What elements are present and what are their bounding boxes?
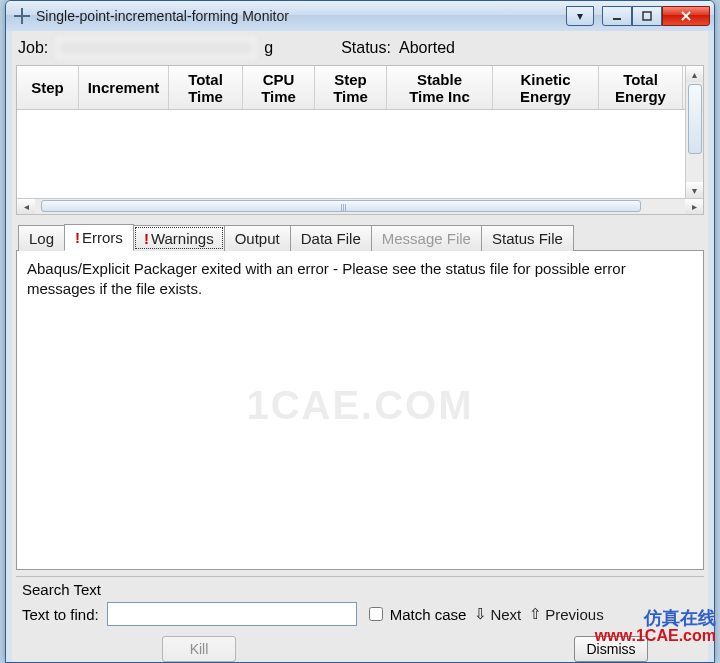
match-case-checkbox[interactable]: Match case xyxy=(365,604,467,624)
tab-content-errors[interactable]: Abaqus/Explicit Packager exited with an … xyxy=(16,251,704,570)
svg-rect-1 xyxy=(14,15,30,17)
tab-errors[interactable]: !Errors xyxy=(64,224,134,251)
find-input[interactable] xyxy=(107,602,357,626)
scroll-right-arrow-icon[interactable]: ▸ xyxy=(685,199,703,214)
table-header: StepIncrementTotal TimeCPU TimeStep Time… xyxy=(17,66,703,110)
vertical-scrollbar[interactable]: ▴ ▾ xyxy=(685,66,703,198)
window-title: Single-point-incremental-forming Monitor xyxy=(36,8,566,24)
column-header[interactable]: Step Time xyxy=(315,66,387,109)
kill-button[interactable]: Kill xyxy=(162,636,236,662)
status-value: Aborted xyxy=(399,39,455,57)
horizontal-scrollbar[interactable]: ◂ ▸ xyxy=(17,198,703,214)
find-previous-label: Previous xyxy=(545,606,603,623)
tab-label: Data File xyxy=(301,230,361,247)
monitor-window: Single-point-incremental-forming Monitor… xyxy=(5,0,715,663)
job-value-redacted xyxy=(56,37,256,59)
tab-datafile[interactable]: Data File xyxy=(290,225,372,251)
footer-buttons: Kill Dismiss xyxy=(12,628,708,662)
search-section-label: Search Text xyxy=(22,581,700,598)
find-next-button[interactable]: ⇩ Next xyxy=(474,605,521,623)
column-header[interactable]: Total Energy xyxy=(599,66,683,109)
dismiss-button-label: Dismiss xyxy=(587,641,636,657)
tab-statusfile[interactable]: Status File xyxy=(481,225,574,251)
svg-rect-3 xyxy=(643,12,651,20)
svg-rect-2 xyxy=(613,18,621,20)
column-header[interactable]: Increment xyxy=(79,66,169,109)
job-label: Job: xyxy=(18,39,48,57)
find-previous-button[interactable]: ⇧ Previous xyxy=(529,605,603,623)
column-header[interactable]: CPU Time xyxy=(243,66,315,109)
arrow-up-icon: ⇧ xyxy=(529,605,542,623)
tab-warnings[interactable]: !Warnings xyxy=(133,225,225,251)
app-icon xyxy=(14,8,30,24)
tab-label: Errors xyxy=(82,229,123,246)
tab-label: Status File xyxy=(492,230,563,247)
status-label: Status: xyxy=(341,39,391,57)
scroll-left-arrow-icon[interactable]: ◂ xyxy=(17,199,35,214)
hscroll-track[interactable] xyxy=(35,199,685,214)
minimize-button[interactable] xyxy=(602,6,632,26)
tab-label: Warnings xyxy=(151,230,214,247)
dismiss-button[interactable]: Dismiss xyxy=(574,636,648,662)
info-row: Job: g Status: Aborted xyxy=(12,33,708,65)
match-case-label: Match case xyxy=(390,606,467,623)
tab-bar: Log!Errors!WarningsOutputData FileMessag… xyxy=(16,223,704,251)
job-value-tail: g xyxy=(264,39,273,57)
alert-bang-icon: ! xyxy=(75,229,80,246)
tab-label: Message File xyxy=(382,230,471,247)
column-header[interactable]: Total Time xyxy=(169,66,243,109)
tab-label: Log xyxy=(29,230,54,247)
vscroll-thumb[interactable] xyxy=(688,84,702,154)
hscroll-thumb[interactable] xyxy=(41,200,641,212)
maximize-button[interactable] xyxy=(632,6,662,26)
tab-log[interactable]: Log xyxy=(18,225,65,251)
arrow-down-icon: ⇩ xyxy=(474,605,487,623)
tab-output[interactable]: Output xyxy=(224,225,291,251)
column-header[interactable]: Kinetic Energy xyxy=(493,66,599,109)
scroll-down-arrow-icon[interactable]: ▾ xyxy=(686,182,703,198)
search-section: Search Text Text to find: Match case ⇩ N… xyxy=(16,576,704,628)
error-message-text: Abaqus/Explicit Packager exited with an … xyxy=(27,260,626,297)
scroll-up-arrow-icon[interactable]: ▴ xyxy=(686,66,703,82)
window-dropdown-button[interactable]: ▾ xyxy=(566,6,594,26)
match-case-input[interactable] xyxy=(369,607,383,621)
tab-msgfile: Message File xyxy=(371,225,482,251)
alert-bang-icon: ! xyxy=(144,230,149,247)
column-header[interactable]: Stable Time Inc xyxy=(387,66,493,109)
titlebar[interactable]: Single-point-incremental-forming Monitor… xyxy=(6,1,714,31)
tab-label: Output xyxy=(235,230,280,247)
kill-button-label: Kill xyxy=(190,641,209,657)
column-header[interactable]: Step xyxy=(17,66,79,109)
close-button[interactable] xyxy=(662,6,710,26)
window-controls: ▾ xyxy=(566,6,710,26)
find-label: Text to find: xyxy=(22,606,99,623)
find-next-label: Next xyxy=(490,606,521,623)
client-area: Job: g Status: Aborted StepIncrementTota… xyxy=(12,31,708,662)
watermark-text: 1CAE.COM xyxy=(17,378,703,432)
results-table: StepIncrementTotal TimeCPU TimeStep Time… xyxy=(16,65,704,215)
